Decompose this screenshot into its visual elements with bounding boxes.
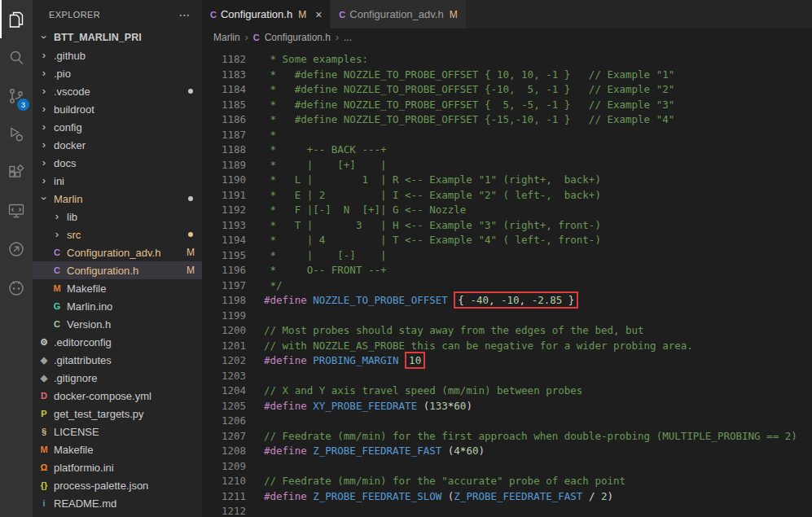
c-file-icon: C xyxy=(339,10,345,20)
line-number: 1210 xyxy=(202,474,246,489)
code-line[interactable]: 1186 * #define NOZZLE_TO_PROBE_OFFSET {-… xyxy=(202,112,812,128)
code-line[interactable]: 1208#define Z_PROBE_FEEDRATE_FAST (4*60) xyxy=(202,444,812,459)
code-line[interactable]: 1209 xyxy=(202,459,812,475)
code-line[interactable]: 1212 xyxy=(202,504,812,517)
explorer-icon[interactable] xyxy=(0,0,33,38)
line-number: 1204 xyxy=(202,383,246,399)
file-item-gitignore[interactable]: ◆.gitignore xyxy=(33,369,202,387)
sidebar-header: EXPLORER ⋯ xyxy=(33,0,202,28)
explorer-sidebar: EXPLORER ⋯ › BTT_MARLIN_PRI ›.github›.pi… xyxy=(33,0,202,517)
line-content: // Feedrate (mm/min) for the "accurate" … xyxy=(246,474,625,489)
code-line[interactable]: 1199 xyxy=(202,309,812,324)
code-line[interactable]: 1187 * xyxy=(202,128,812,143)
code-line[interactable]: 1193 * T | 3 | H <-- Example "3" (right+… xyxy=(202,218,812,234)
close-icon[interactable]: × xyxy=(315,8,322,21)
file-item-editorconfig[interactable]: ⚙.editorconfig xyxy=(33,333,202,351)
breadcrumb-item-file[interactable]: Configuration.h xyxy=(265,32,331,43)
code-line[interactable]: 1201// with NOZZLE_AS_PROBE this can be … xyxy=(202,339,812,354)
folder-item-marlin[interactable]: ›Marlin xyxy=(33,190,202,208)
folder-item-docker[interactable]: ›docker xyxy=(33,136,202,154)
line-number: 1183 xyxy=(202,68,246,83)
code-line[interactable]: 1188 * +-- BACK ---+ xyxy=(202,142,812,158)
line-number: 1208 xyxy=(202,444,246,459)
line-number: 1207 xyxy=(202,429,246,445)
file-item-platformio-ini[interactable]: Ωplatformio.ini xyxy=(33,458,202,476)
remote-explorer-icon[interactable] xyxy=(0,191,33,230)
code-line[interactable]: 1195 * | [-] | xyxy=(202,248,812,264)
file-item-license[interactable]: §LICENSE xyxy=(33,423,202,440)
code-line[interactable]: 1210// Feedrate (mm/min) for the "accura… xyxy=(202,474,812,489)
code-line[interactable]: 1203 xyxy=(202,369,812,384)
folder-item-vscode[interactable]: ›.vscode xyxy=(33,82,202,100)
folder-item-buildroot[interactable]: ›buildroot xyxy=(33,100,202,118)
breadcrumb-item-more[interactable]: ... xyxy=(344,32,352,43)
code-line[interactable]: 1211#define Z_PROBE_FEEDRATE_SLOW (Z_PRO… xyxy=(202,489,812,505)
file-item-readme-md[interactable]: iREADME.md xyxy=(33,494,202,512)
annotation-box: { -40, -10, -2.85 } xyxy=(454,291,578,309)
file-type-icon: ⚙ xyxy=(37,333,50,351)
code-editor[interactable]: 1182 * Some examples:1183 * #define NOZZ… xyxy=(202,46,812,517)
item-label: LICENSE xyxy=(54,426,99,438)
more-actions-icon[interactable]: ⋯ xyxy=(179,8,191,21)
breadcrumb-item-marlin[interactable]: Marlin xyxy=(213,32,240,43)
code-line[interactable]: 1190 * L | 1 | R <-- Example "1" (right+… xyxy=(202,173,812,188)
code-line[interactable]: 1189 * | [+] | xyxy=(202,158,812,173)
file-item-makefile[interactable]: MMakefile xyxy=(33,440,202,458)
activity-bar: 3 xyxy=(0,0,33,517)
folder-item-src[interactable]: ›src xyxy=(33,226,202,243)
platformio-icon[interactable] xyxy=(0,268,33,306)
folder-item-ini[interactable]: ›ini xyxy=(33,172,202,190)
code-line[interactable]: 1198#define NOZZLE_TO_PROBE_OFFSET { -40… xyxy=(202,293,812,309)
file-item-marlin-ino[interactable]: GMarlin.ino xyxy=(33,297,202,315)
line-content: * T | 3 | H <-- Example "3" (right+, fro… xyxy=(246,218,601,234)
file-item-gitattributes[interactable]: ◆.gitattributes xyxy=(33,351,202,369)
file-item-configuration-adv-h[interactable]: CConfiguration_adv.hM xyxy=(33,243,202,261)
tab-configuration-adv-h[interactable]: C Configuration_adv.h M xyxy=(331,0,466,28)
extensions-icon[interactable] xyxy=(0,153,33,191)
code-line[interactable]: 1184 * #define NOZZLE_TO_PROBE_OFFSET {-… xyxy=(202,82,812,98)
item-label: Configuration.h xyxy=(67,265,138,277)
tab-configuration-h[interactable]: C Configuration.h M × xyxy=(202,0,331,28)
chevron-down-icon: › xyxy=(35,197,53,200)
line-number: 1200 xyxy=(202,323,246,339)
code-line[interactable]: 1200// Most probes should stay away from… xyxy=(202,323,812,339)
code-line[interactable]: 1183 * #define NOZZLE_TO_PROBE_OFFSET { … xyxy=(202,68,812,83)
code-line[interactable]: 1202#define PROBING_MARGIN 10 xyxy=(202,353,812,369)
code-line[interactable]: 1192 * F |[-] N [+]| G <-- Nozzle xyxy=(202,203,812,218)
workspace-root[interactable]: › BTT_MARLIN_PRI xyxy=(33,28,202,46)
search-icon[interactable] xyxy=(0,38,33,77)
run-debug-icon[interactable] xyxy=(0,115,33,153)
folder-item-pio[interactable]: ›.pio xyxy=(33,64,202,82)
code-line[interactable]: 1194 * | 4 | T <-- Example "4" ( left-, … xyxy=(202,233,812,248)
file-item-makefile[interactable]: MMakefile xyxy=(33,279,202,297)
code-line[interactable]: 1205#define XY_PROBE_FEEDRATE (133*60) xyxy=(202,399,812,414)
source-control-icon[interactable]: 3 xyxy=(0,77,33,115)
code-line[interactable]: 1206 xyxy=(202,414,812,429)
file-item-docker-compose-yml[interactable]: Ddocker-compose.yml xyxy=(33,387,202,405)
pio-home-icon[interactable] xyxy=(0,230,33,268)
item-label: ini xyxy=(54,175,64,187)
line-content: * | [-] | xyxy=(246,248,387,264)
folder-chevron: › xyxy=(37,172,50,190)
line-content: // with NOZZLE_AS_PROBE this can be nega… xyxy=(246,339,693,354)
code-line[interactable]: 1204// X and Y axis travel speed (mm/min… xyxy=(202,383,812,399)
line-content: */ xyxy=(246,278,283,294)
file-item-get-test-targets-py[interactable]: Pget_test_targets.py xyxy=(33,405,202,423)
code-line[interactable]: 1182 * Some examples: xyxy=(202,52,812,68)
file-item-process-palette-json[interactable]: {}process-palette.json xyxy=(33,476,202,494)
folder-item-lib[interactable]: ›lib xyxy=(33,208,202,226)
code-line[interactable]: 1191 * E | 2 | I <-- Example "2" ( left-… xyxy=(202,188,812,204)
file-item-version-h[interactable]: CVersion.h xyxy=(33,315,202,333)
code-line[interactable]: 1185 * #define NOZZLE_TO_PROBE_OFFSET { … xyxy=(202,98,812,113)
code-line[interactable]: 1196 * O-- FRONT --+ xyxy=(202,263,812,278)
item-label: .github xyxy=(54,50,86,62)
folder-chevron: › xyxy=(37,118,50,136)
line-number: 1190 xyxy=(202,173,246,188)
line-content: * O-- FRONT --+ xyxy=(246,263,387,278)
code-line[interactable]: 1207// Feedrate (mm/min) for the first a… xyxy=(202,429,812,445)
folder-item-docs[interactable]: ›docs xyxy=(33,154,202,172)
folder-item-github[interactable]: ›.github xyxy=(33,46,202,64)
file-item-configuration-h[interactable]: CConfiguration.hM xyxy=(33,261,202,279)
line-content: * #define NOZZLE_TO_PROBE_OFFSET {-10, 5… xyxy=(246,82,674,98)
folder-item-config[interactable]: ›config xyxy=(33,118,202,136)
